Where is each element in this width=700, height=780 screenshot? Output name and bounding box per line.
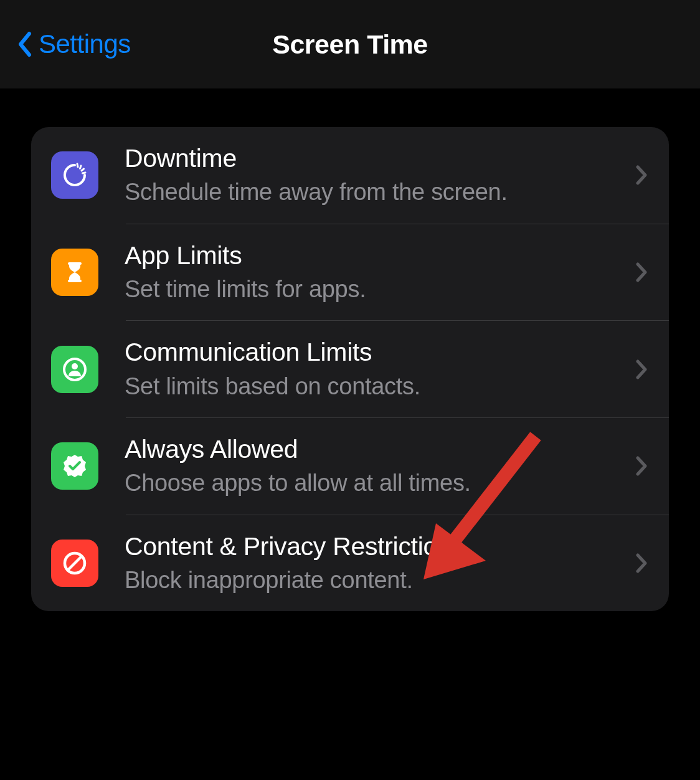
row-title: Communication Limits [125, 337, 622, 368]
person-circle-icon [51, 346, 98, 393]
page-title: Screen Time [272, 29, 427, 60]
svg-line-0 [77, 164, 78, 167]
list-item-always-allowed[interactable]: Always Allowed Choose apps to allow at a… [31, 418, 669, 515]
row-subtitle: Set time limits for apps. [125, 275, 622, 305]
row-subtitle: Set limits based on contacts. [125, 372, 622, 402]
row-title: Content & Privacy Restrictions [125, 531, 622, 562]
chevron-left-icon [15, 29, 34, 60]
chevron-right-icon [634, 357, 649, 382]
list-item-app-limits[interactable]: App Limits Set time limits for apps. [31, 224, 669, 321]
svg-line-3 [83, 173, 86, 173]
list-item-downtime[interactable]: Downtime Schedule time away from the scr… [31, 127, 669, 224]
list-item-communication-limits[interactable]: Communication Limits Set limits based on… [31, 321, 669, 417]
settings-list: Downtime Schedule time away from the scr… [31, 127, 669, 611]
row-text: Always Allowed Choose apps to allow at a… [125, 434, 634, 498]
back-label: Settings [39, 29, 131, 59]
checkmark-seal-icon [51, 442, 98, 490]
row-text: App Limits Set time limits for apps. [125, 240, 634, 305]
row-text: Downtime Schedule time away from the scr… [125, 143, 634, 207]
chevron-right-icon [634, 163, 649, 188]
row-text: Content & Privacy Restrictions Block ina… [125, 531, 634, 596]
back-button[interactable]: Settings [15, 29, 131, 60]
svg-point-7 [72, 363, 78, 369]
svg-line-9 [68, 556, 82, 570]
row-text: Communication Limits Set limits based on… [125, 337, 634, 401]
content-area: Downtime Schedule time away from the scr… [0, 88, 700, 611]
list-item-content-privacy-restrictions[interactable]: Content & Privacy Restrictions Block ina… [31, 515, 669, 612]
chevron-right-icon [634, 551, 649, 576]
row-subtitle: Schedule time away from the screen. [125, 178, 622, 207]
downtime-icon [51, 151, 98, 199]
row-title: Always Allowed [125, 434, 622, 465]
hourglass-icon [51, 249, 98, 296]
chevron-right-icon [634, 260, 649, 285]
svg-rect-4 [68, 262, 82, 265]
nosign-icon [51, 540, 98, 587]
svg-line-2 [82, 169, 84, 171]
row-title: Downtime [125, 143, 622, 174]
svg-rect-5 [68, 280, 82, 282]
row-subtitle: Block inappropriate content. [125, 566, 622, 596]
navigation-bar: Settings Screen Time [0, 0, 700, 88]
row-title: App Limits [125, 240, 622, 271]
svg-line-1 [80, 166, 82, 169]
chevron-right-icon [634, 454, 649, 478]
row-subtitle: Choose apps to allow at all times. [125, 468, 622, 498]
